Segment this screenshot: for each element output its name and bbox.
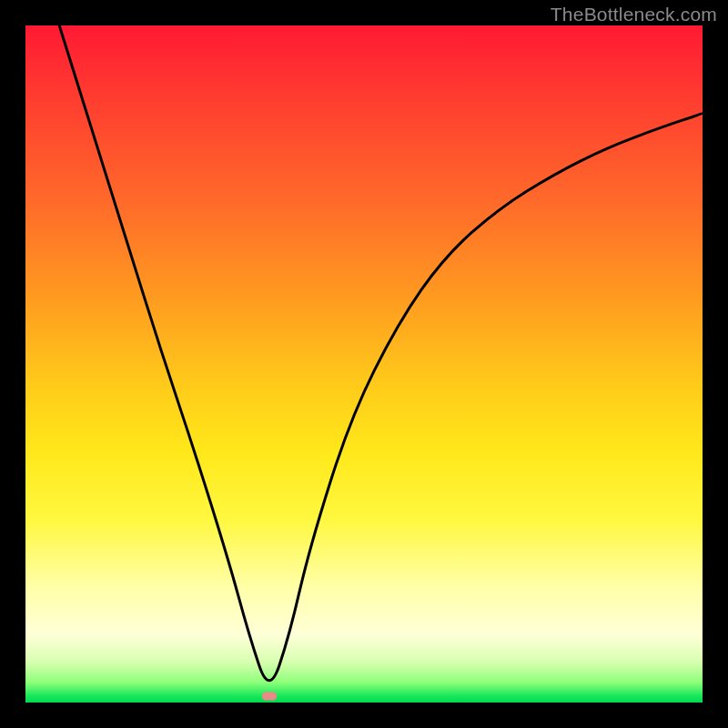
plot-area (25, 25, 703, 703)
watermark-text: TheBottleneck.com (551, 4, 717, 25)
chart-frame: TheBottleneck.com (0, 0, 728, 728)
min-marker (262, 692, 277, 700)
bottleneck-curve (59, 25, 703, 681)
curve-svg (25, 25, 703, 703)
